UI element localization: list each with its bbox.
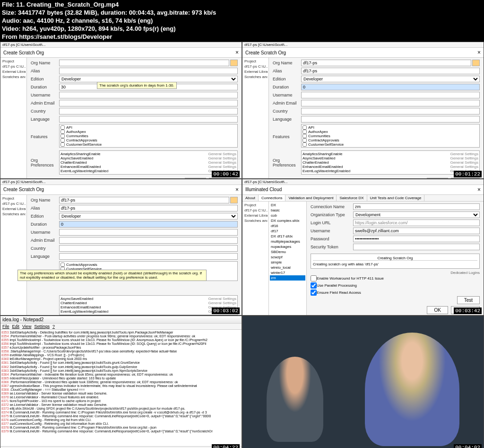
screenshot-4: df17-ps [C:\Users\Scott\... Illuminated …	[242, 179, 484, 316]
login-url-input[interactable]	[353, 220, 480, 226]
audio-label: Audio:	[2, 17, 21, 24]
features-label: Features	[31, 134, 59, 139]
from-label: From	[2, 33, 17, 40]
tab-connections[interactable]: Connections	[259, 195, 285, 201]
person-right	[365, 333, 459, 446]
screenshot-5: idea.log - Notepad2 FileEditViewSettings…	[0, 316, 242, 448]
org-prefs-label: Org Preferences	[31, 158, 59, 167]
alias-input[interactable]	[59, 68, 238, 74]
dialog-title: Create Scratch Org	[245, 50, 286, 55]
edition-select[interactable]: Developer	[59, 76, 238, 82]
bitrate-label: avg.bitrate:	[157, 9, 190, 16]
close-icon[interactable]: ×	[235, 186, 239, 193]
browse-icon[interactable]	[230, 197, 238, 203]
org-name-label: Org Name	[31, 61, 59, 65]
admin-email-input[interactable]	[59, 100, 238, 106]
username-input[interactable]	[59, 92, 238, 98]
bitrate-value: 973 kb/s	[192, 9, 216, 16]
prefs-list[interactable]: AnalyticsSharingEnableGeneral Settings A…	[59, 150, 238, 175]
ok-button[interactable]: OK	[427, 306, 448, 314]
alias-label: Alias	[31, 69, 59, 73]
settings-title: Illuminated Cloud	[245, 187, 282, 192]
org-type-select[interactable]: Development	[353, 211, 480, 218]
duration-label: duration:	[101, 9, 127, 16]
from-value: https://sanet.st/blogs/Developer	[19, 33, 112, 40]
screenshot-6: 00:04:02	[242, 316, 484, 448]
duration-value: 00:04:43,	[129, 9, 156, 16]
org-name-input[interactable]	[59, 60, 229, 66]
screenshot-2: df17-ps [C:\Users\Scott\... Create Scrat…	[242, 42, 484, 178]
tab-validation[interactable]: Validation and Deployment	[285, 195, 337, 201]
conn-name-input[interactable]	[353, 203, 480, 210]
dialog-title: Create Scratch Org	[3, 50, 44, 55]
timestamp: 00:04:02	[454, 444, 482, 448]
org-name-input[interactable]	[301, 60, 471, 66]
duration-tooltip: The scratch org's duration in days from …	[97, 82, 177, 89]
notepad-menu: FileEditViewSettings?	[0, 324, 242, 330]
test-button[interactable]: Test	[457, 296, 480, 304]
video-value: h264, yuv420p, 1280x720, 894 kb/s, 24.00…	[22, 25, 175, 32]
duration-label: Duration	[31, 85, 59, 89]
tab-salesforce-dx[interactable]: Salesforce DX	[337, 195, 367, 201]
size-value: 34417747 bytes (32.82 MiB),	[18, 9, 99, 16]
browse-icon[interactable]	[472, 60, 480, 66]
size-label: Size:	[2, 9, 16, 16]
sidebar-project[interactable]: Project	[1, 59, 26, 64]
timestamp: 00:03:02	[212, 307, 240, 314]
password-input[interactable]	[353, 236, 480, 242]
close-icon[interactable]: ×	[477, 186, 481, 193]
edition-select[interactable]: Developer	[301, 76, 480, 82]
log-body[interactable]: 8353 3sbtStartupActivity - Detecting bui…	[0, 330, 242, 446]
duration-input[interactable]	[301, 84, 480, 90]
username-input[interactable]	[353, 228, 480, 234]
status-bar: Ln 8,378 : 8,380 Col 97 Sel 0957 KBANSIL…	[0, 446, 242, 448]
language-input[interactable]	[59, 116, 238, 123]
country-label: Country	[31, 109, 59, 114]
close-icon[interactable]: ×	[235, 49, 239, 56]
timestamp: 00:00:42	[212, 171, 240, 177]
tab-about[interactable]: About	[242, 195, 259, 201]
username-label: Username	[31, 93, 59, 97]
notepad-title: idea.log - Notepad2	[0, 316, 242, 324]
person-left	[267, 357, 323, 442]
language-label: Language	[31, 117, 59, 122]
sidebar-item[interactable]: df17-ps C:\U...	[1, 64, 26, 69]
timestamp: 00:04:22	[212, 444, 240, 448]
prefs-tooltip: The org preferences which should be expl…	[17, 270, 207, 281]
edition-label: Edition	[31, 77, 59, 81]
connection-tree[interactable]: DX basic cob DX complex-sfdx df16 df17 D…	[269, 202, 307, 316]
timestamp: 00:01:22	[454, 171, 482, 177]
screenshot-1: df17-ps [C:\Users\Scott\... Create Scrat…	[0, 42, 242, 178]
progress-dialog: Creating Scratch Org Creating scratch or…	[311, 254, 480, 269]
video-label: Video:	[2, 25, 21, 32]
audio-value: aac, 44100 Hz, 2 channels, s16, 74 kb/s …	[23, 17, 153, 24]
ide-titlebar: df17-ps [C:\Users\Scott\...	[242, 42, 484, 48]
file-name: 11. Creating_the_Scratch_Org.mp4	[16, 1, 119, 8]
sidebar-item[interactable]: External Libraries	[1, 69, 26, 74]
screenshot-3: df17-ps [C:\Users\Scott\... Create Scrat…	[0, 179, 242, 316]
alias-input[interactable]	[301, 68, 480, 74]
timestamp: 00:03:42	[454, 307, 482, 314]
file-label: File:	[2, 1, 15, 8]
sec-token-input[interactable]	[353, 244, 480, 250]
admin-email-label: Admin Email	[31, 101, 59, 105]
tab-unit-tests[interactable]: Unit Tests and Code Coverage	[367, 195, 425, 201]
browse-icon[interactable]	[230, 60, 238, 66]
ide-titlebar: df17-ps [C:\Users\Scott\...	[0, 42, 242, 48]
close-icon[interactable]: ×	[477, 49, 481, 56]
country-input[interactable]	[59, 108, 238, 114]
sidebar-item[interactable]: Scratches and...	[1, 74, 26, 79]
features-list[interactable]: API AuthorApex Communities ContractAppro…	[59, 124, 238, 148]
